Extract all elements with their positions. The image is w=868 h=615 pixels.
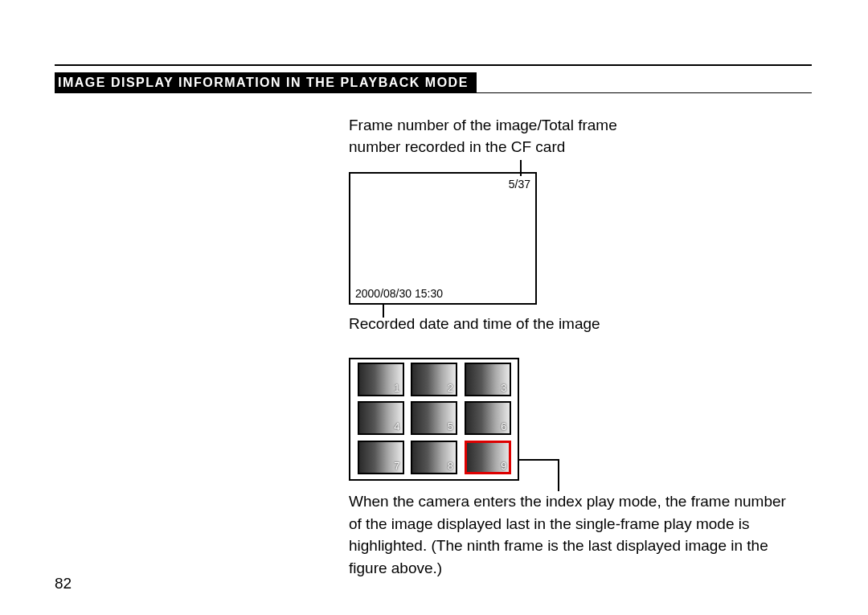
recorded-datetime-label: Recorded date and time of the image [349, 315, 600, 333]
thumb-num: 9 [501, 460, 506, 472]
thumb-num: 6 [501, 420, 506, 433]
thumb-num: 7 [394, 460, 399, 472]
recorded-datetime-value: 2000/08/30 15:30 [355, 287, 443, 300]
thumb-2: 2 [411, 363, 457, 396]
index-play-grid: 1 2 3 4 5 6 7 8 9 [349, 358, 519, 481]
grid-row: 1 2 3 [353, 361, 515, 400]
frame-number-label: Frame number of the image/Total frame nu… [349, 115, 617, 158]
page-number: 82 [55, 575, 72, 592]
playback-display: 5/37 2000/08/30 15:30 [349, 172, 537, 305]
thumb-num: 4 [394, 420, 399, 433]
callout-line-highlight-v [558, 459, 559, 491]
callout-line-highlight-h [518, 459, 558, 461]
thumb-4: 4 [358, 401, 404, 435]
thumb-num: 1 [394, 382, 399, 394]
thumb-9-highlighted: 9 [465, 441, 511, 474]
grid-row: 7 8 9 [353, 439, 515, 478]
thumb-8: 8 [411, 441, 457, 474]
thumb-1: 1 [358, 363, 404, 396]
frame-counter-value: 5/37 [509, 178, 530, 191]
grid-row: 4 5 6 [353, 400, 515, 438]
thumb-7: 7 [358, 441, 404, 474]
page-top-rule [55, 64, 812, 66]
thumb-num: 2 [448, 382, 453, 394]
thumb-num: 3 [501, 382, 506, 394]
frame-number-label-line1: Frame number of the image/Total frame [349, 117, 617, 133]
index-mode-description: When the camera enters the index play mo… [349, 490, 799, 579]
thumb-5: 5 [411, 401, 457, 435]
thumb-num: 8 [448, 460, 453, 472]
thumb-num: 5 [448, 420, 453, 433]
section-title: IMAGE DISPLAY INFORMATION IN THE PLAYBAC… [55, 72, 477, 93]
section-title-underline [55, 92, 812, 93]
thumb-3: 3 [465, 363, 511, 396]
frame-number-label-line2: number recorded in the CF card [349, 138, 565, 155]
thumb-6: 6 [465, 401, 511, 435]
